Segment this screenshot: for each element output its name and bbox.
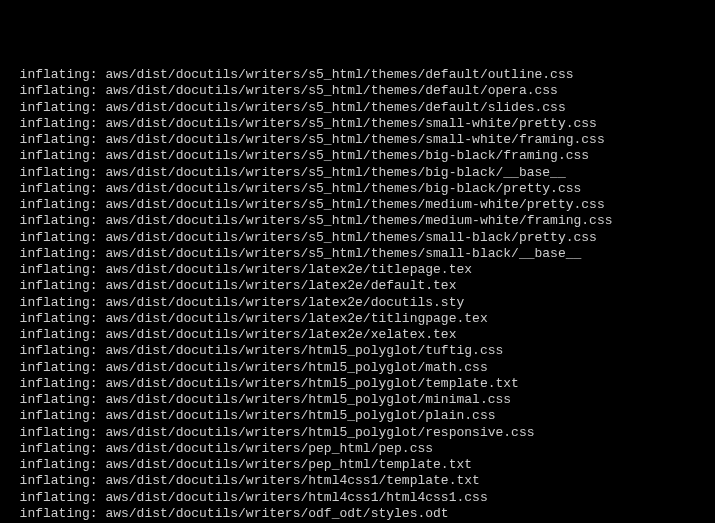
inflate-line: inflating: aws/dist/docutils/writers/s5_…: [4, 197, 711, 213]
inflate-line: inflating: aws/dist/docutils/writers/htm…: [4, 376, 711, 392]
inflate-line: inflating: aws/dist/docutils/writers/lat…: [4, 311, 711, 327]
inflate-line: inflating: aws/dist/docutils/writers/htm…: [4, 392, 711, 408]
inflate-line: inflating: aws/dist/docutils/writers/s5_…: [4, 213, 711, 229]
inflate-line: inflating: aws/dist/docutils/writers/lat…: [4, 278, 711, 294]
inflate-line: inflating: aws/dist/docutils/writers/s5_…: [4, 230, 711, 246]
inflate-line: inflating: aws/dist/docutils/writers/s5_…: [4, 116, 711, 132]
inflate-line: inflating: aws/dist/docutils/writers/htm…: [4, 408, 711, 424]
inflate-line: inflating: aws/dist/docutils/writers/lat…: [4, 262, 711, 278]
inflate-line: inflating: aws/dist/docutils/writers/lat…: [4, 295, 711, 311]
inflate-line: inflating: aws/dist/docutils/writers/s5_…: [4, 83, 711, 99]
inflate-line: inflating: aws/dist/docutils/writers/s5_…: [4, 165, 711, 181]
inflate-line: inflating: aws/dist/docutils/writers/s5_…: [4, 181, 711, 197]
inflate-line: inflating: aws/dist/docutils/writers/htm…: [4, 360, 711, 376]
inflate-line: inflating: aws/dist/docutils/writers/s5_…: [4, 100, 711, 116]
inflate-line: inflating: aws/dist/docutils/writers/s5_…: [4, 246, 711, 262]
inflate-line: inflating: aws/dist/docutils/writers/htm…: [4, 490, 711, 506]
inflate-line: inflating: aws/dist/docutils/writers/pep…: [4, 457, 711, 473]
inflate-line: inflating: aws/dist/docutils/writers/htm…: [4, 343, 711, 359]
terminal-output: inflating: aws/dist/docutils/writers/s5_…: [4, 67, 711, 523]
inflate-line: inflating: aws/dist/docutils/writers/htm…: [4, 473, 711, 489]
inflate-line: inflating: aws/dist/docutils/writers/s5_…: [4, 148, 711, 164]
inflate-line: inflating: aws/dist/docutils/writers/htm…: [4, 425, 711, 441]
inflate-line: inflating: aws/dist/docutils/writers/s5_…: [4, 132, 711, 148]
inflate-line: inflating: aws/dist/docutils/writers/pep…: [4, 441, 711, 457]
inflate-line: inflating: aws/dist/docutils/writers/odf…: [4, 506, 711, 522]
inflate-line: inflating: aws/dist/docutils/writers/s5_…: [4, 67, 711, 83]
inflate-line: inflating: aws/dist/docutils/writers/lat…: [4, 327, 711, 343]
